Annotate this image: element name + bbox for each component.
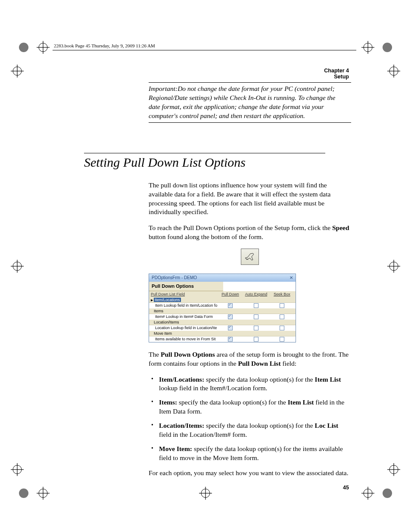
paragraph-1: The pull down list options influence how…: [149, 181, 351, 217]
checkbox[interactable]: [228, 314, 233, 319]
svg-point-26: [19, 488, 28, 498]
header-rule: [53, 50, 356, 50]
print-mark: [387, 65, 400, 78]
checkbox[interactable]: [280, 326, 284, 330]
checkbox[interactable]: [280, 303, 284, 308]
paragraph-4: For each option, you may select how you …: [149, 469, 351, 478]
print-mark: [11, 260, 24, 273]
print-mark: [387, 463, 400, 476]
table-group-row[interactable]: Items: [149, 308, 296, 314]
window-heading: Pull Down Options: [149, 282, 223, 291]
svg-point-0: [19, 43, 28, 52]
pdoptions-window: PDOptionsFrm - DEMO ✕ Pull Down Options …: [149, 274, 296, 342]
checkbox[interactable]: [254, 314, 258, 319]
print-mark: [361, 487, 374, 500]
list-item: Move Item: specify the data lookup optio…: [149, 445, 351, 463]
checkbox[interactable]: [254, 326, 258, 330]
section-rule: [84, 153, 325, 153]
svg-point-36: [383, 488, 392, 498]
checkbox[interactable]: [254, 303, 258, 308]
table-detail-row[interactable]: Location Lookup field in Location/Ite: [149, 325, 296, 331]
checkbox[interactable]: [254, 337, 258, 342]
speed-button-icon: [241, 249, 259, 265]
chapter-title: Setup: [56, 74, 349, 80]
print-mark: [387, 260, 400, 273]
checkbox[interactable]: [280, 314, 284, 319]
print-mark: [199, 487, 212, 500]
print-mark: [381, 487, 394, 500]
print-mark: [17, 41, 30, 54]
paragraph-2: To reach the Pull Down Options portion o…: [149, 224, 351, 242]
checkbox[interactable]: [228, 326, 233, 330]
table-group-row[interactable]: Move Item: [149, 331, 296, 336]
print-mark: [11, 65, 24, 78]
book-header-line: 2283.book Page 45 Thursday, July 9, 2009…: [54, 43, 358, 48]
print-mark: [17, 487, 30, 500]
section-title: Setting Pull Down List Options: [84, 155, 358, 170]
paragraph-3: The Pull Down Options area of the setup …: [149, 350, 351, 368]
list-item: Item/Locations: specify the data lookup …: [149, 375, 351, 393]
chapter-block: Chapter 4 Setup: [56, 68, 349, 80]
table-detail-row[interactable]: Items available to move in From Sit: [149, 336, 296, 342]
window-title-text: PDOptionsFrm - DEMO: [152, 275, 197, 281]
checkbox[interactable]: [228, 337, 233, 342]
table-detail-row[interactable]: Item Lookup field in Item/Location fo: [149, 302, 296, 308]
window-column-headers: Pull Down List Field Pull Down Auto Expa…: [149, 291, 296, 297]
checkbox[interactable]: [228, 303, 233, 308]
window-titlebar: PDOptionsFrm - DEMO ✕: [149, 274, 296, 282]
print-mark: [11, 463, 24, 476]
table-group-row[interactable]: Location/Items: [149, 320, 296, 325]
print-mark: [37, 41, 50, 54]
list-item: Location/Items: specify the data lookup …: [149, 421, 351, 439]
table-detail-row[interactable]: Item# Lookup in Item# Data Form: [149, 314, 296, 320]
bullet-list: Item/Locations: specify the data lookup …: [149, 375, 351, 463]
svg-point-7: [383, 43, 392, 52]
list-item: Items: specify the data lookup option(s)…: [149, 398, 351, 416]
print-mark: [361, 41, 374, 54]
print-mark: [381, 41, 394, 54]
print-mark: [37, 487, 50, 500]
table-group-row[interactable]: Item/Locations: [149, 297, 296, 302]
window-close-icon[interactable]: ✕: [290, 275, 293, 281]
checkbox[interactable]: [280, 337, 284, 342]
chapter-number: Chapter 4: [56, 68, 349, 74]
page-number: 45: [343, 485, 349, 491]
important-note: Important:Do not change the date format …: [149, 83, 347, 122]
note-rule-bot: [149, 122, 351, 123]
